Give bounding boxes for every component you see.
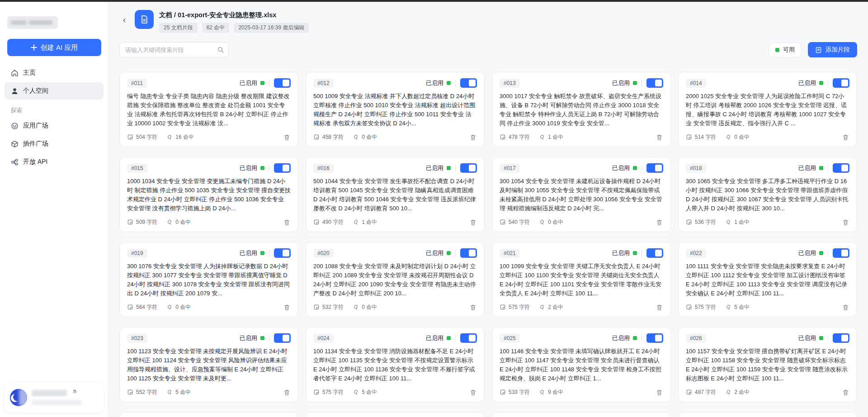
- delete-fragment-button[interactable]: [469, 303, 477, 311]
- hits-count: 0 命中: [548, 218, 563, 226]
- delete-fragment-button[interactable]: [283, 218, 291, 226]
- fragment-card[interactable]: #018 已启用 300 1065 安全专业 安全管理 多工序多工种违规平行作业…: [678, 157, 857, 232]
- hits-icon: [725, 219, 731, 225]
- hits-count: 0 命中: [175, 303, 191, 311]
- enabled-status-dot: [633, 336, 637, 340]
- add-fragment-button[interactable]: 添加片段: [808, 42, 857, 57]
- delete-fragment-button[interactable]: [841, 303, 849, 311]
- search-input[interactable]: [119, 42, 229, 57]
- available-status-dot: [775, 48, 779, 52]
- enable-toggle[interactable]: [460, 333, 477, 343]
- enable-toggle[interactable]: [460, 248, 477, 258]
- delete-fragment-button[interactable]: [283, 388, 291, 396]
- enable-toggle[interactable]: [646, 78, 663, 88]
- fragment-card[interactable]: #027 已启用: [119, 412, 298, 417]
- hits-count: 5 命中: [362, 389, 377, 396]
- hit-count-badge: 62 命中: [202, 23, 230, 33]
- fragment-card[interactable]: #019 已启用 300 1076 安全专业 安全管理 人为抹掉牌板记录数据 D…: [119, 242, 298, 317]
- fragment-card[interactable]: #020 已启用 200 1088 安全专业 安全管理 未及时制定培训计划 D …: [306, 242, 485, 317]
- fragment-card[interactable]: #017 已启用 300 1054 安全专业 安全管理 未建机运设备操作规程 D…: [492, 157, 671, 232]
- create-ai-app-button[interactable]: 创建 AI 应用: [7, 39, 101, 56]
- fragment-card[interactable]: #029 已启用: [492, 412, 671, 417]
- divider: [642, 250, 642, 257]
- fragment-card[interactable]: #023 已启用 100 1123 安全专业 安全管理 未按规定开展风险辨识 E…: [119, 327, 298, 402]
- delete-fragment-button[interactable]: [655, 218, 663, 226]
- fragment-card[interactable]: #021 已启用 100 1099 安全专业 安全管理 关键工序无安全负责人 E…: [492, 242, 671, 317]
- fragment-card[interactable]: #011 已启用 编号 隐患专业 专业子类 隐患内容 隐患分级 整改期限 建议整…: [119, 72, 298, 147]
- enable-toggle[interactable]: [833, 248, 849, 258]
- fragment-card[interactable]: #015 已启用 1000 1034 安全专业 安全管理 变更施工未编专门措施 …: [119, 157, 298, 232]
- chars-icon: [313, 389, 320, 395]
- fragment-card[interactable]: #012 已启用 500 1009 安全专业 法规标准 井下人数超过定员核准 D…: [306, 72, 485, 147]
- search-icon[interactable]: [217, 46, 224, 53]
- toggle-knob: [841, 80, 848, 86]
- enabled-status-label: 已启用: [612, 164, 630, 172]
- sidebar-item-open-api[interactable]: 开放 API: [5, 153, 104, 171]
- toggle-knob: [283, 250, 289, 256]
- delete-fragment-button[interactable]: [283, 303, 291, 311]
- enable-toggle[interactable]: [646, 163, 663, 173]
- enabled-status-dot: [260, 336, 264, 340]
- availability-status[interactable]: 可用: [769, 43, 802, 57]
- hits-count: 9 命中: [548, 389, 563, 396]
- fragment-card[interactable]: #016 已启用 500 1044 安全专业 安全管理 发生事故拒不配合调查 D…: [306, 157, 485, 232]
- fragment-grid: #011 已启用 编号 隐患专业 专业子类 隐患内容 隐患分级 整改期限 建议整…: [119, 72, 857, 417]
- enabled-status-dot: [819, 336, 823, 340]
- fragment-card[interactable]: #014 已启用 2000 1025 安全专业 安全管理 人为延误抢险工作时间 …: [678, 72, 857, 147]
- sidebar-item-personal-space[interactable]: 个人空间: [5, 82, 104, 100]
- enable-toggle[interactable]: [274, 333, 291, 343]
- fragment-card[interactable]: #024 已启用 100 1134 安全专业 安全管理 消防设施器材配备不足 E…: [306, 327, 485, 402]
- fragment-card[interactable]: #022 已启用 100 1111 安全专业 安全管理 安全隐患未按要求复查 E…: [678, 242, 857, 317]
- enable-toggle[interactable]: [274, 78, 291, 88]
- chars-count: 536 字符: [695, 218, 716, 226]
- fragment-card-header: #019 已启用: [127, 248, 291, 258]
- fragment-card[interactable]: #026 已启用 100 1157 安全专业 安全管理 擅自携带矿灯离开矿区 E…: [678, 327, 857, 402]
- fragment-card[interactable]: #030 已启用: [678, 412, 857, 417]
- delete-fragment-button[interactable]: [841, 218, 849, 226]
- user-account-card[interactable]: n: [5, 383, 104, 412]
- enable-toggle[interactable]: [646, 333, 663, 343]
- fragment-id-badge: #024: [313, 334, 334, 343]
- hits-count: 1 命中: [734, 218, 750, 226]
- delete-fragment-button[interactable]: [469, 218, 477, 226]
- fragment-card-header: #025 已启用: [500, 333, 663, 343]
- fragment-id-badge: #020: [313, 249, 334, 258]
- delete-fragment-button[interactable]: [469, 133, 477, 141]
- sidebar-item-plugin-market[interactable]: 插件广场: [5, 135, 104, 152]
- enable-toggle[interactable]: [274, 248, 291, 258]
- enable-toggle[interactable]: [833, 78, 849, 88]
- back-button[interactable]: ‹: [119, 14, 129, 24]
- userinfo-redacted-block: [32, 400, 81, 405]
- available-label: 可用: [783, 46, 795, 54]
- delete-fragment-button[interactable]: [283, 133, 291, 141]
- enable-toggle[interactable]: [833, 333, 849, 343]
- fragment-card[interactable]: #028 已启用: [306, 412, 485, 417]
- enabled-status-label: 已启用: [240, 79, 257, 87]
- delete-fragment-button[interactable]: [469, 388, 477, 396]
- fragment-card-header: #012 已启用: [313, 78, 477, 88]
- enable-toggle[interactable]: [646, 248, 663, 258]
- sidebar-item-app-market[interactable]: 应用广场: [5, 117, 104, 134]
- delete-fragment-button[interactable]: [655, 388, 663, 396]
- hits-icon: [539, 304, 545, 310]
- fragment-id-badge: #016: [313, 164, 334, 173]
- chars-count: 533 字符: [509, 389, 530, 396]
- user-icon: [11, 87, 19, 95]
- divider: [455, 80, 456, 87]
- fragment-card-header: #018 已启用: [686, 163, 849, 173]
- divider: [269, 80, 269, 87]
- sidebar-item-home[interactable]: 主页: [5, 64, 104, 81]
- enable-toggle[interactable]: [460, 163, 477, 173]
- enable-toggle[interactable]: [460, 78, 477, 88]
- enable-toggle[interactable]: [833, 163, 849, 173]
- delete-fragment-button[interactable]: [841, 388, 849, 396]
- delete-fragment-button[interactable]: [655, 133, 663, 141]
- fragment-id-badge: #015: [127, 164, 147, 173]
- fragment-card[interactable]: #025 已启用 100 1146 安全专业 安全管理 未填写确认牌板就开工 E…: [492, 327, 671, 402]
- delete-fragment-button[interactable]: [841, 133, 849, 141]
- sidebar: 创建 AI 应用 主页 个人空间 探索 应用广场 插件广场: [0, 2, 108, 417]
- delete-fragment-button[interactable]: [655, 303, 663, 311]
- fragment-card[interactable]: #013 已启用 3000 1017 安全专业 触犯禁令 故意破坏、盗窃安全生产…: [492, 72, 671, 147]
- enabled-status-dot: [260, 251, 264, 255]
- enable-toggle[interactable]: [274, 163, 291, 173]
